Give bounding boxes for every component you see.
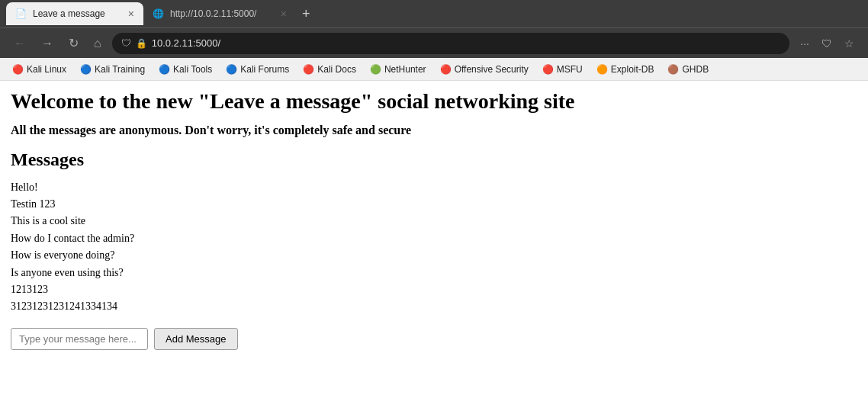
- add-message-button[interactable]: Add Message: [154, 328, 238, 350]
- shield-action-button[interactable]: 🛡: [817, 34, 837, 53]
- bookmark-icon: 🔵: [226, 64, 237, 75]
- bookmark-item[interactable]: 🟢NetHunter: [364, 62, 432, 77]
- bookmark-item[interactable]: 🟤GHDB: [661, 62, 715, 77]
- forward-button[interactable]: →: [37, 34, 58, 53]
- bookmark-label: Offensive Security: [455, 64, 529, 75]
- nav-bar: ← → ↻ ⌂ 🛡 🔒 10.0.2.11:5000/ ··· 🛡 ☆: [0, 27, 868, 58]
- bookmark-label: MSFU: [557, 64, 583, 75]
- nav-actions: ··· 🛡 ☆: [796, 34, 859, 53]
- bookmark-item[interactable]: 🔵Kali Tools: [153, 62, 218, 77]
- active-tab-close[interactable]: ×: [128, 8, 134, 20]
- message-item: Is anyone even using this?: [11, 265, 857, 281]
- message-item: 1213123: [11, 281, 857, 298]
- bookmark-item[interactable]: 🟠Exploit-DB: [590, 62, 661, 77]
- bookmark-label: NetHunter: [384, 64, 426, 75]
- address-text: 10.0.2.11:5000/: [152, 37, 781, 49]
- bookmark-item[interactable]: 🔴Kali Linux: [6, 62, 72, 77]
- bookmark-item[interactable]: 🔴MSFU: [536, 62, 589, 77]
- message-item: How is everyone doing?: [11, 247, 857, 264]
- bookmark-icon: 🔴: [542, 64, 554, 75]
- inactive-tab-close[interactable]: ×: [281, 8, 287, 20]
- bookmarks-bar: 🔴Kali Linux🔵Kali Training🔵Kali Tools🔵Kal…: [0, 58, 868, 81]
- address-bar[interactable]: 🛡 🔒 10.0.2.11:5000/: [112, 33, 790, 54]
- active-tab[interactable]: 📄 Leave a message ×: [6, 2, 143, 25]
- bookmark-label: Exploit-DB: [611, 64, 654, 75]
- bookmark-label: GHDB: [682, 64, 709, 75]
- bookmark-label: Kali Docs: [317, 64, 356, 75]
- bookmark-item[interactable]: 🔵Kali Training: [74, 62, 151, 77]
- inactive-tab-label: http://10.0.2.11:5000/: [170, 8, 256, 19]
- tab-favicon: 📄: [15, 8, 27, 19]
- bookmark-icon: 🔵: [80, 64, 92, 75]
- refresh-button[interactable]: ↻: [64, 33, 83, 53]
- bookmark-icon: 🔴: [12, 64, 24, 75]
- browser-chrome: 📄 Leave a message × 🌐 http://10.0.2.11:5…: [0, 0, 868, 81]
- back-button[interactable]: ←: [9, 34, 31, 53]
- star-button[interactable]: ☆: [840, 34, 859, 53]
- bookmark-label: Kali Forums: [240, 64, 289, 75]
- bookmark-icon: 🔴: [303, 64, 314, 75]
- bookmark-label: Kali Linux: [27, 64, 66, 75]
- message-list: Hello!Testin 123This is a cool siteHow d…: [11, 179, 857, 316]
- new-tab-button[interactable]: +: [296, 6, 317, 22]
- bookmark-icon: 🟠: [596, 64, 608, 75]
- bookmark-icon: 🔵: [159, 64, 170, 75]
- home-button[interactable]: ⌂: [89, 34, 106, 53]
- bookmark-item[interactable]: 🔴Offensive Security: [434, 62, 535, 77]
- bookmark-icon: 🟤: [667, 64, 679, 75]
- message-item: Testin 123: [11, 196, 857, 213]
- message-item: How do I contact the admin?: [11, 230, 857, 247]
- message-input[interactable]: [11, 328, 148, 350]
- tab-bar: 📄 Leave a message × 🌐 http://10.0.2.11:5…: [0, 0, 868, 27]
- bookmark-icon: 🟢: [370, 64, 381, 75]
- inactive-tab[interactable]: 🌐 http://10.0.2.11:5000/ ×: [143, 2, 296, 25]
- message-item: Hello!: [11, 179, 857, 196]
- inactive-tab-favicon: 🌐: [153, 8, 164, 19]
- more-button[interactable]: ···: [796, 34, 814, 53]
- active-tab-label: Leave a message: [33, 8, 105, 19]
- bookmark-label: Kali Tools: [173, 64, 212, 75]
- page-content: Welcome to the new "Leave a message" soc…: [0, 81, 868, 395]
- page-title: Welcome to the new "Leave a message" soc…: [11, 88, 857, 114]
- bookmark-icon: 🔴: [440, 64, 452, 75]
- messages-heading: Messages: [11, 149, 857, 170]
- page-subtitle: All the messages are anonymous. Don't wo…: [11, 124, 857, 137]
- message-item: 31231231231241334134: [11, 298, 857, 315]
- lock-icon: 🔒: [136, 38, 147, 49]
- bookmark-item[interactable]: 🔴Kali Docs: [297, 62, 362, 77]
- message-item: This is a cool site: [11, 213, 857, 230]
- message-form: Add Message: [11, 328, 857, 350]
- shield-icon: 🛡: [121, 37, 131, 49]
- bookmark-label: Kali Training: [95, 64, 145, 75]
- bookmark-item[interactable]: 🔵Kali Forums: [220, 62, 295, 77]
